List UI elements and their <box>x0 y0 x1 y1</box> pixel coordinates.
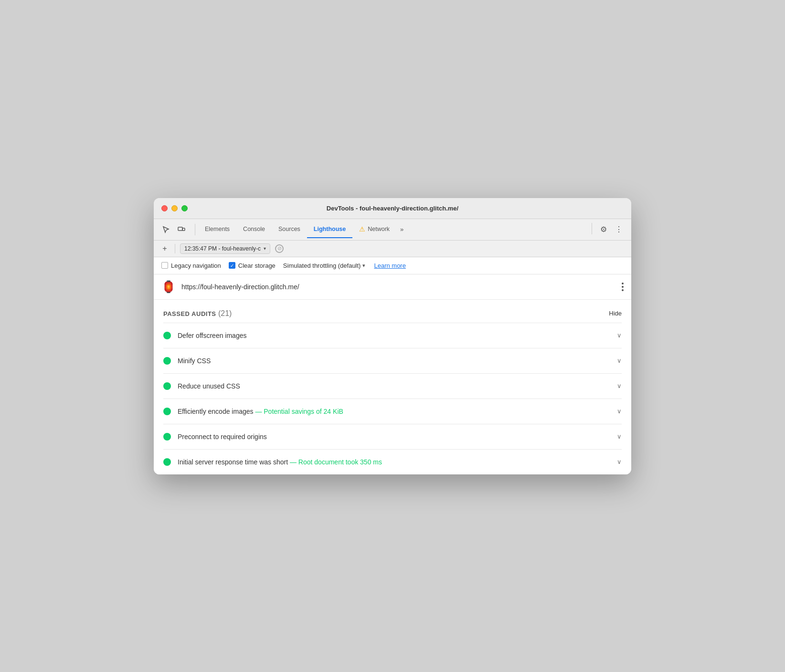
close-button[interactable] <box>161 205 168 211</box>
inspect-element-icon[interactable] <box>159 223 173 236</box>
main-content: 🏮 https://foul-heavenly-direction.glitch… <box>154 274 631 474</box>
tab-divider <box>195 224 195 235</box>
audit-item-label: Preconnect to required origins <box>178 433 610 441</box>
url-chip-dropdown-arrow: ▾ <box>264 246 266 251</box>
network-warning-icon: ⚠ <box>359 225 365 233</box>
lighthouse-logo-icon: 🏮 <box>161 280 176 294</box>
right-divider <box>592 223 592 234</box>
audit-item-server-response[interactable]: Initial server response time was short —… <box>163 449 622 474</box>
settings-button[interactable]: ⚙ <box>597 223 610 236</box>
hide-audits-button[interactable]: Hide <box>609 310 622 317</box>
audit-item-defer-offscreen[interactable]: Defer offscreen images ∨ <box>163 323 622 348</box>
audit-pass-dot <box>163 332 171 339</box>
tab-console[interactable]: Console <box>236 221 272 238</box>
clear-storage-label[interactable]: Clear storage <box>229 262 276 269</box>
chevron-down-icon: ∨ <box>617 357 622 364</box>
audit-item-minify-css[interactable]: Minify CSS ∨ <box>163 348 622 373</box>
audit-pass-dot <box>163 382 171 390</box>
tab-elements[interactable]: Elements <box>198 221 236 238</box>
url-chip[interactable]: 12:35:47 PM - foul-heavenly-c ▾ <box>180 243 270 254</box>
audit-item-label: Reduce unused CSS <box>178 382 610 390</box>
audit-item-label: Defer offscreen images <box>178 332 610 339</box>
svg-rect-0 <box>178 227 182 231</box>
devtools-window: DevTools - foul-heavenly-direction.glitc… <box>154 198 631 474</box>
learn-more-link[interactable]: Learn more <box>374 262 405 269</box>
sub-toolbar: + 12:35:47 PM - foul-heavenly-c ▾ ⊘ <box>154 241 631 257</box>
audit-item-preconnect[interactable]: Preconnect to required origins ∨ <box>163 424 622 449</box>
throttle-dropdown-arrow[interactable]: ▾ <box>362 262 365 269</box>
more-options-button[interactable]: ⋮ <box>612 223 626 236</box>
passed-audits-title-text: PASSED AUDITS <box>163 310 216 317</box>
throttling-text: Simulated throttling (default) <box>283 262 361 269</box>
audit-item-label: Initial server response time was short —… <box>178 458 610 466</box>
audit-pass-dot <box>163 357 171 365</box>
audit-item-efficiently-encode[interactable]: Efficiently encode images — Potential sa… <box>163 399 622 424</box>
chevron-down-icon: ∨ <box>617 458 622 465</box>
tab-more-button[interactable]: » <box>396 221 407 238</box>
minimize-button[interactable] <box>171 205 178 211</box>
url-chip-text: 12:35:47 PM - foul-heavenly-c <box>184 245 261 252</box>
sub-divider <box>175 244 175 253</box>
title-bar: DevTools - foul-heavenly-direction.glitc… <box>154 198 631 219</box>
chevron-down-icon: ∨ <box>617 382 622 389</box>
tab-bar: Elements Console Sources Lighthouse ⚠ Ne… <box>154 219 631 241</box>
chevron-down-icon: ∨ <box>617 408 622 415</box>
passed-audits-header: PASSED AUDITS (21) Hide <box>154 300 631 323</box>
passed-audits-count: (21) <box>218 309 232 317</box>
audit-savings-text: — Potential savings of 24 KiB <box>255 408 343 415</box>
audit-pass-dot <box>163 433 171 441</box>
options-bar: Legacy navigation Clear storage Simulate… <box>154 257 631 274</box>
audit-item-label: Efficiently encode images — Potential sa… <box>178 408 610 415</box>
block-requests-button[interactable]: ⊘ <box>275 244 284 253</box>
url-more-options-button[interactable] <box>622 283 624 291</box>
maximize-button[interactable] <box>181 205 188 211</box>
audit-item-label: Minify CSS <box>178 357 610 365</box>
audit-pass-dot <box>163 408 171 415</box>
traffic-lights <box>161 205 188 211</box>
legacy-nav-checkbox[interactable] <box>161 262 168 269</box>
legacy-nav-text: Legacy navigation <box>171 262 221 269</box>
throttling-label: Simulated throttling (default) ▾ <box>283 262 366 269</box>
url-bar-row: 🏮 https://foul-heavenly-direction.glitch… <box>154 274 631 300</box>
clear-storage-text: Clear storage <box>238 262 276 269</box>
clear-storage-checkbox[interactable] <box>229 262 235 269</box>
add-tab-button[interactable]: + <box>159 243 170 254</box>
tab-bar-icons <box>158 219 190 240</box>
tab-lighthouse[interactable]: Lighthouse <box>307 221 352 238</box>
block-icon-inner: ⊘ <box>277 245 282 252</box>
tab-sources[interactable]: Sources <box>272 221 307 238</box>
device-toolbar-icon[interactable] <box>175 223 188 236</box>
svg-rect-1 <box>182 228 185 231</box>
chevron-down-icon: ∨ <box>617 332 622 339</box>
tab-bar-right: ⚙ ⋮ <box>587 221 627 238</box>
audit-url: https://foul-heavenly-direction.glitch.m… <box>181 283 616 291</box>
chevron-down-icon: ∨ <box>617 433 622 440</box>
audit-list: Defer offscreen images ∨ Minify CSS ∨ Re… <box>154 323 631 474</box>
audit-savings-text: — Root document took 350 ms <box>290 458 382 466</box>
audit-pass-dot <box>163 458 171 466</box>
passed-audits-title: PASSED AUDITS (21) <box>163 309 232 318</box>
window-title: DevTools - foul-heavenly-direction.glitc… <box>327 205 458 212</box>
audit-item-reduce-unused-css[interactable]: Reduce unused CSS ∨ <box>163 373 622 399</box>
tab-network[interactable]: ⚠ Network <box>352 220 396 239</box>
legacy-nav-label[interactable]: Legacy navigation <box>161 262 221 269</box>
